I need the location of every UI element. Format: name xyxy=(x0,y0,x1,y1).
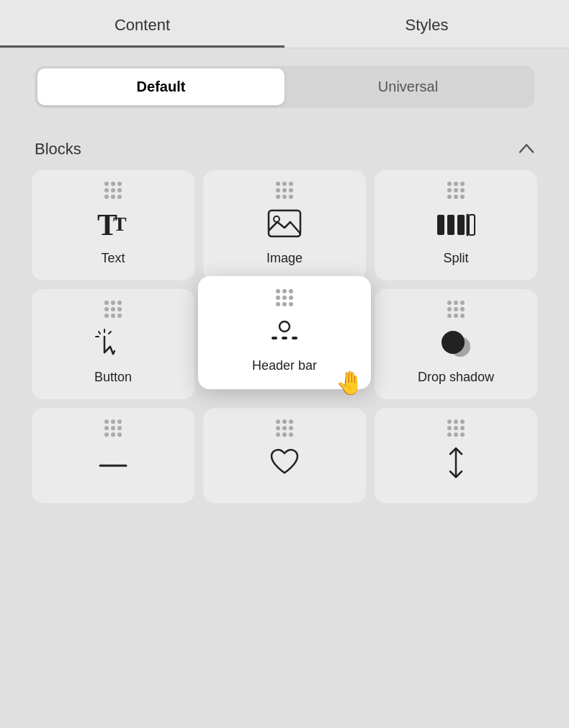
tab-content[interactable]: Content xyxy=(0,0,284,48)
block-button-label: Button xyxy=(94,370,132,385)
svg-rect-2 xyxy=(269,210,300,236)
svg-point-18 xyxy=(450,337,470,357)
svg-rect-20 xyxy=(272,337,277,339)
block-split-label: Split xyxy=(443,251,468,266)
svg-rect-5 xyxy=(447,215,454,235)
block-header-bar-popup[interactable]: Header bar ✋ xyxy=(198,276,371,389)
block-drop-shadow-label: Drop shadow xyxy=(418,370,494,385)
block-split[interactable]: Split xyxy=(375,170,537,280)
blocks-row-1: T T Text xyxy=(32,170,537,280)
svg-point-19 xyxy=(279,321,290,332)
blocks-row-3 xyxy=(32,408,537,503)
divider-icon xyxy=(94,444,132,481)
cursor-hand: ✋ xyxy=(335,369,364,396)
drag-handle-divider xyxy=(104,420,122,437)
drag-handle-text xyxy=(104,182,122,199)
svg-rect-6 xyxy=(457,215,465,235)
svg-rect-22 xyxy=(292,337,297,339)
svg-line-12 xyxy=(113,351,115,354)
block-text-label: Text xyxy=(101,251,125,266)
drag-handle-button xyxy=(104,301,122,318)
drop-shadow-icon xyxy=(437,325,475,363)
toggle-universal[interactable]: Universal xyxy=(284,68,532,105)
header-bar-icon xyxy=(266,314,303,351)
row-2-container: Button xyxy=(32,289,537,399)
toggle-section: Default Universal xyxy=(0,48,569,125)
drag-handle-dropshadow xyxy=(447,301,465,318)
svg-line-15 xyxy=(109,332,111,334)
block-heart[interactable] xyxy=(203,408,366,503)
blocks-title: Blocks xyxy=(35,140,81,159)
drag-handle-resize xyxy=(447,420,465,437)
toggle-group: Default Universal xyxy=(35,66,534,108)
drag-handle-header-bar xyxy=(276,289,293,306)
block-header-bar-label: Header bar xyxy=(252,358,317,373)
tab-styles[interactable]: Styles xyxy=(284,0,569,48)
drag-handle-heart xyxy=(276,420,293,437)
toggle-default[interactable]: Default xyxy=(37,68,284,105)
blocks-grid-wrapper: T T Text xyxy=(0,170,569,503)
block-image-label: Image xyxy=(266,251,303,266)
svg-rect-8 xyxy=(469,215,475,235)
text-icon: T T xyxy=(94,206,132,244)
blocks-section: Blocks T T xyxy=(0,125,569,503)
svg-line-13 xyxy=(99,332,100,334)
block-image[interactable]: Image xyxy=(203,170,366,280)
block-drop-shadow[interactable]: Drop shadow xyxy=(375,289,537,399)
svg-point-3 xyxy=(274,216,279,222)
block-text[interactable]: T T Text xyxy=(32,170,194,280)
split-icon xyxy=(436,206,476,244)
drag-handle-image xyxy=(276,182,293,199)
button-icon xyxy=(94,325,132,363)
block-button[interactable]: Button xyxy=(32,289,194,399)
block-resize[interactable] xyxy=(375,408,537,503)
block-divider[interactable] xyxy=(32,408,194,503)
tab-underline xyxy=(0,45,284,48)
image-icon xyxy=(266,206,303,244)
blocks-header: Blocks xyxy=(0,133,569,170)
svg-text:T: T xyxy=(113,213,127,235)
chevron-up-icon[interactable] xyxy=(519,142,534,157)
drag-handle-split xyxy=(447,182,465,199)
resize-icon xyxy=(437,444,475,481)
svg-rect-21 xyxy=(282,337,287,339)
svg-rect-4 xyxy=(437,215,444,235)
heart-icon xyxy=(266,444,303,481)
tab-bar: Content Styles xyxy=(0,0,569,48)
